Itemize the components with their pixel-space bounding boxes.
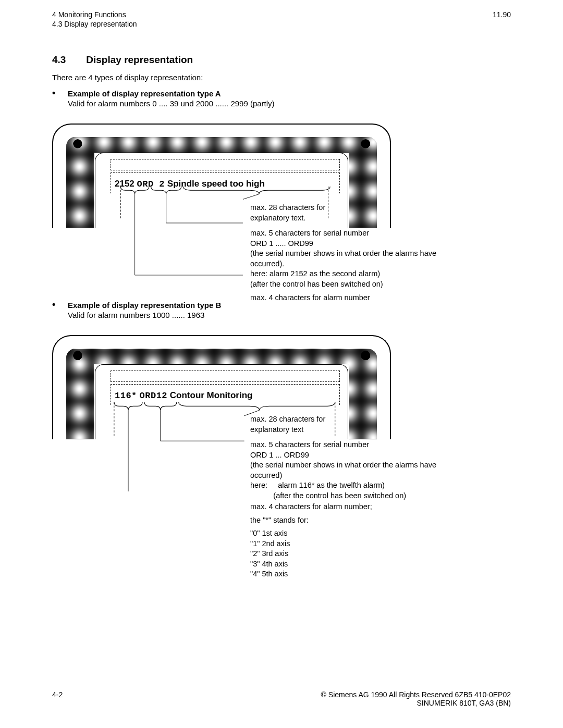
callout-text: (the serial number shows in what order t… (250, 249, 436, 268)
callout-text: (after the control has been switched on) (273, 491, 406, 500)
header-subsection: 4.3 Display representation (52, 20, 511, 28)
callout-text: max. 4 characters for alarm number (250, 293, 370, 302)
callout-text: alarm 116* as the twelfth alarm) (278, 481, 385, 489)
alarm-line-b: 116* ORD12 Contour Monitoring (115, 390, 252, 401)
axis-item: "1" 2nd axis (250, 539, 469, 549)
callout-text: explanatory text (250, 425, 303, 434)
callout-text: ORD 1 ... ORD99 (250, 451, 309, 459)
crt-knob-icon (361, 139, 370, 149)
callouts-b-extra: max. 4 characters for alarm number; the … (250, 502, 469, 579)
axis-item: "2" 3rd axis (250, 549, 469, 559)
crt-knob-icon (73, 351, 82, 360)
bullet-icon: • (52, 89, 68, 108)
footer-page-number: 4-2 (52, 690, 63, 707)
section-title: Display representation (86, 54, 193, 65)
example-a-title: Example of display representation type A (68, 89, 511, 98)
callout-text: explanatory text. (250, 214, 305, 222)
header-chapter: 4 Monitoring Functions (52, 10, 126, 19)
section-heading: 4.3 Display representation (52, 54, 511, 66)
axis-item: "4" 5th axis (250, 569, 469, 579)
example-a-sub: Valid for alarm numbers 0 .... 39 und 20… (68, 99, 511, 108)
alarm-line-a: 2152 ORD 2 Spindle speed too high (115, 179, 265, 189)
alarm-serial: ORD 2 (137, 179, 165, 189)
example-b-sub: Valid for alarm numbers 1000 ...... 1963 (68, 311, 511, 319)
footer-product: SINUMERIK 810T, GA3 (BN) (417, 699, 511, 707)
callout-text: the "*" stands for: (250, 515, 469, 526)
callout-text: max. 28 characters for (250, 203, 325, 212)
axis-item: "3" 4th axis (250, 559, 469, 570)
crt-figure-a: 2152 ORD 2 Spindle speed too high max. 2… (52, 124, 391, 295)
alarm-text: Spindle speed too high (167, 179, 265, 189)
footer-copyright: © Siemens AG 1990 All Rights Reserved 6Z… (321, 690, 511, 699)
page: 4 Monitoring Functions 11.90 4.3 Display… (0, 0, 563, 728)
callout-text: max. 5 characters for serial number (250, 440, 369, 449)
header-date: 11.90 (493, 10, 511, 19)
callout-text: (after the control has been switched on) (250, 280, 383, 288)
callout-text: max. 5 characters for serial number (250, 229, 369, 237)
bullet-icon: • (52, 301, 68, 319)
callout-text: here: alarm 2152 as the second alarm) (250, 269, 380, 278)
callout-text: ORD 1 ..... ORD99 (250, 239, 313, 248)
running-header: 4 Monitoring Functions 11.90 (52, 10, 511, 19)
alarm-text: Contour Monitoring (170, 390, 253, 400)
callout-text: (the serial number shows in what order t… (250, 461, 436, 479)
alarm-serial: ORD12 (140, 391, 168, 401)
crt-figure-b: 116* ORD12 Contour Monitoring max. 28 ch… (52, 335, 391, 497)
axis-item: "0" 1st axis (250, 528, 469, 539)
callout-text: here: (250, 481, 267, 489)
alarm-number: 2152 (115, 179, 134, 189)
section-number: 4.3 (52, 54, 83, 66)
crt-knob-icon (361, 351, 370, 360)
callout-text: max. 28 characters for (250, 415, 325, 423)
alarm-number: 116* (115, 391, 137, 401)
crt-knob-icon (73, 139, 82, 149)
callouts-b: max. 28 characters for explanatory text … (250, 414, 459, 504)
callouts-a: max. 28 characters for explanatory text.… (250, 203, 459, 306)
bullet-example-a: • Example of display representation type… (52, 89, 511, 108)
section-intro: There are 4 types of display representat… (52, 73, 511, 82)
page-footer: 4-2 © Siemens AG 1990 All Rights Reserve… (52, 690, 511, 707)
